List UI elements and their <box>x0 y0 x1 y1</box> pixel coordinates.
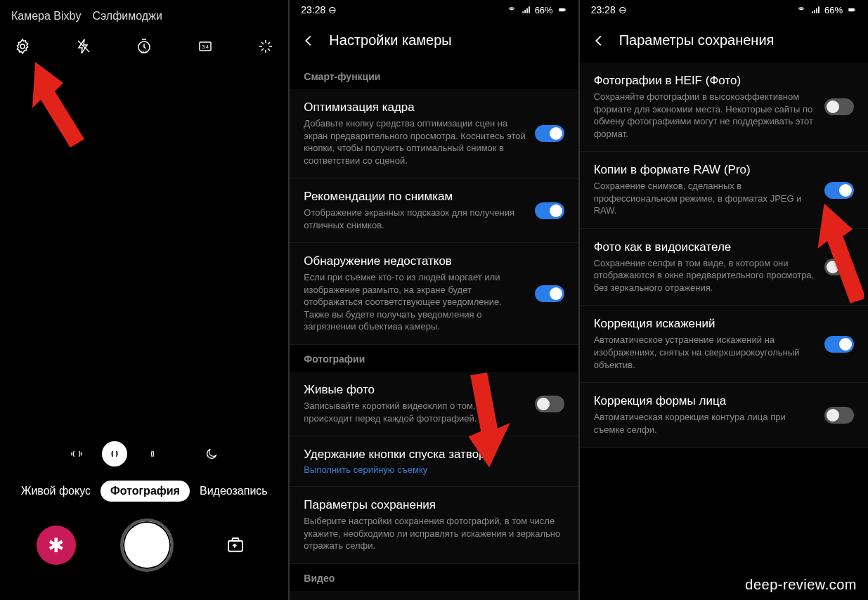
svg-point-0 <box>20 44 25 48</box>
annotation-arrow-2 <box>451 362 543 484</box>
mode-video[interactable]: Видеозапись <box>200 485 268 497</box>
back-icon[interactable] <box>591 33 607 48</box>
toggle[interactable] <box>824 407 854 424</box>
settings-title: Настройки камеры <box>329 32 451 48</box>
flash-off-icon[interactable] <box>74 37 93 56</box>
watermark: deep-review.com <box>745 577 857 593</box>
shutter-row: ✱ <box>0 511 288 600</box>
item-title: Копии в формате RAW (Pro) <box>594 163 816 177</box>
save-options-title: Параметры сохранения <box>619 32 775 48</box>
shutter-button[interactable] <box>120 519 174 572</box>
settings-screen: 23:28 ⊖ 66% Настройки камеры Смарт-функц… <box>290 0 578 600</box>
item-video-size-rear[interactable]: Размер видео (основная камера) 16:9 FHD … <box>290 591 578 600</box>
item-shape-correction[interactable]: Коррекция формы лица Автоматическая корр… <box>580 383 868 448</box>
mode-selector[interactable]: Живой фокус Фотография Видеозапись <box>0 475 288 511</box>
svg-rect-9 <box>564 9 565 11</box>
toggle[interactable] <box>824 182 854 199</box>
item-title: Обнаружение недостатков <box>304 254 526 268</box>
status-time: 23:28 ⊖ <box>591 4 627 15</box>
mode-live-focus[interactable]: Живой фокус <box>21 485 91 497</box>
toggle[interactable] <box>824 98 854 115</box>
item-title: Коррекция искажений <box>594 317 816 331</box>
svg-marker-10 <box>451 368 521 469</box>
section-smart: Смарт-функции <box>290 63 578 89</box>
settings-header: Настройки камеры <box>290 20 578 63</box>
status-time: 23:28 ⊖ <box>301 4 337 15</box>
back-icon[interactable] <box>301 33 316 48</box>
svg-rect-12 <box>854 9 855 11</box>
aspect-ratio-icon[interactable]: 3:4 <box>195 37 215 56</box>
item-title: Фото как в видоискателе <box>594 240 816 254</box>
item-heif[interactable]: Фотографии в HEIF (Фото) Сохраняйте фото… <box>580 63 868 152</box>
timer-off-icon[interactable]: OFF <box>134 37 154 56</box>
zoom-row <box>0 433 288 475</box>
item-scene-optimizer[interactable]: Оптимизация кадра Добавьте кнопку средст… <box>290 89 578 178</box>
signal-icon <box>521 5 531 15</box>
item-desc: Если при съемке кто-то из людей моргает … <box>304 271 526 333</box>
status-bar: 23:28 ⊖ 66% <box>290 0 578 20</box>
item-title: Параметры сохранения <box>304 498 564 512</box>
gear-icon[interactable] <box>13 37 32 56</box>
status-right: 66% <box>507 5 567 15</box>
zoom-wide-icon[interactable] <box>102 441 127 467</box>
camera-top-labels: Камера Bixby Сэлфимоджи <box>0 0 288 27</box>
signal-icon <box>810 5 820 15</box>
section-video: Видео <box>290 564 578 591</box>
mode-photo[interactable]: Фотография <box>101 481 190 502</box>
item-desc: Сохранение снимков, сделанных в професси… <box>594 180 816 217</box>
status-bar: 23:28 ⊖ 66% <box>580 0 868 20</box>
svg-text:OFF: OFF <box>141 50 148 54</box>
item-desc: Выберите настройки сохранения фотографий… <box>304 515 564 552</box>
toggle[interactable] <box>535 202 564 219</box>
item-title: Коррекция формы лица <box>594 394 816 408</box>
wifi-icon <box>507 5 517 15</box>
svg-rect-11 <box>848 8 854 12</box>
zoom-ultrawide-icon[interactable] <box>64 441 89 467</box>
toggle[interactable] <box>535 285 564 302</box>
effects-icon[interactable] <box>256 37 276 56</box>
svg-text:3:4: 3:4 <box>202 44 209 49</box>
svg-rect-8 <box>559 8 564 12</box>
item-title: Фотографии в HEIF (Фото) <box>594 74 816 88</box>
item-title: Рекомендации по снимкам <box>304 190 526 204</box>
night-mode-icon[interactable] <box>199 441 224 467</box>
wifi-icon <box>796 5 806 15</box>
annotation-arrow-1 <box>21 55 98 170</box>
bixby-label[interactable]: Камера Bixby <box>11 10 81 22</box>
item-shot-suggestions[interactable]: Рекомендации по снимкам Отображение экра… <box>290 178 578 243</box>
item-desc: Сохраняйте фотографии в высокоэффективно… <box>594 91 816 140</box>
status-right: 66% <box>796 5 857 15</box>
selfiemoji-label[interactable]: Сэлфимоджи <box>92 10 162 22</box>
battery-icon <box>847 5 857 15</box>
item-save-options[interactable]: Параметры сохранения Выберите настройки … <box>290 487 578 564</box>
item-desc: Отображение экранных подсказок для получ… <box>304 207 526 231</box>
item-desc: Добавьте кнопку средства оптимизации сце… <box>304 117 526 167</box>
gallery-thumb[interactable]: ✱ <box>37 526 76 565</box>
annotation-arrow-3 <box>793 197 864 319</box>
toggle[interactable] <box>535 125 564 142</box>
camera-screen: Камера Bixby Сэлфимоджи OFF 3:4 <box>0 0 288 600</box>
svg-marker-7 <box>32 62 84 148</box>
item-desc: Сохранение селфи в том виде, в котором о… <box>594 257 816 294</box>
save-options-header: Параметры сохранения <box>580 20 868 63</box>
switch-camera-icon[interactable] <box>219 528 252 562</box>
item-flaw-detection[interactable]: Обнаружение недостатков Если при съемке … <box>290 243 578 345</box>
save-options-screen: 23:28 ⊖ 66% Параметры сохранения Фотогра… <box>580 0 868 600</box>
toggle[interactable] <box>824 336 854 353</box>
svg-marker-13 <box>812 200 864 307</box>
item-desc: Автоматическое устранение искажений на и… <box>594 334 816 371</box>
item-desc: Автоматическая коррекция контура лица пр… <box>594 411 816 436</box>
battery-icon <box>557 5 567 15</box>
zoom-tele-icon[interactable] <box>140 441 165 467</box>
item-title: Оптимизация кадра <box>304 100 526 115</box>
